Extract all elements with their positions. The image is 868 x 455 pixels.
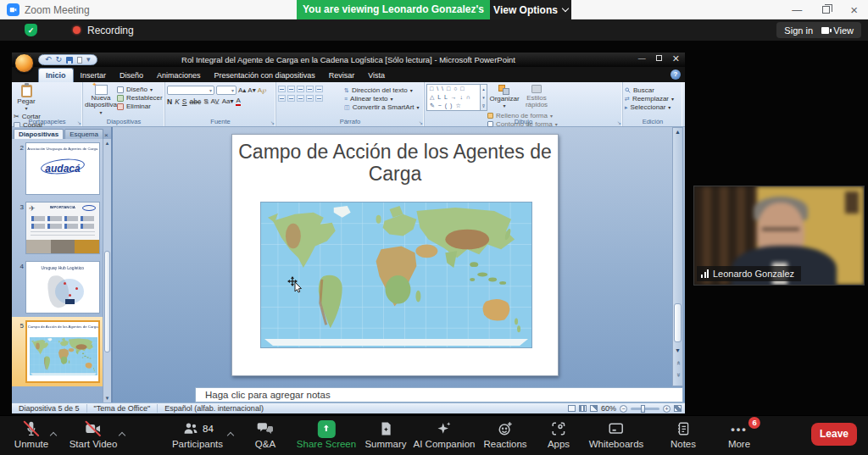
layout-button[interactable]: Diseño ▾ [117, 86, 163, 93]
select-button[interactable]: ▸Seleccionar ▾ [625, 103, 674, 111]
current-slide[interactable]: Campo de Acción de los Agentes de Carga [231, 134, 559, 376]
bullets-button[interactable] [278, 86, 286, 92]
line-spacing-button[interactable] [315, 86, 323, 92]
replace-button[interactable]: ⇄Reemplazar ▾ [625, 95, 674, 103]
justify-button[interactable] [306, 95, 314, 102]
scrollbar-thumb[interactable] [674, 303, 682, 342]
slide-sorter-view-button[interactable] [579, 405, 587, 412]
clear-formatting-button[interactable]: A℘ [258, 86, 267, 94]
normal-view-button[interactable] [568, 405, 576, 412]
grow-font-button[interactable]: A▴ [238, 86, 246, 94]
reactions-button[interactable]: Reactions [483, 419, 526, 449]
apps-button[interactable]: Apps [548, 419, 570, 449]
panel-tab-diapositivas[interactable]: Diapositivas [14, 129, 64, 139]
font-color-button[interactable]: A [236, 97, 240, 106]
new-slide-button[interactable]: Nueva diapositiva▾ [85, 84, 117, 115]
whiteboards-button[interactable]: Whiteboards [589, 419, 644, 449]
align-text-button[interactable]: ≡Alinear texto ▾ [344, 95, 420, 103]
participants-options-caret[interactable] [228, 426, 233, 441]
shapes-gallery[interactable]: □ \ \ □ ○ □△ L L → ↓ ∩✎ ~ ( ) ☆ [426, 84, 481, 111]
office-button[interactable] [14, 53, 34, 73]
arrange-button[interactable]: Organizar▾ [487, 84, 521, 108]
char-spacing-button[interactable]: AV̲ [211, 97, 220, 105]
panel-close-icon[interactable]: × [104, 131, 108, 139]
align-left-button[interactable] [278, 95, 286, 102]
align-right-button[interactable] [297, 95, 304, 102]
participant-video-tile[interactable]: Leonardo Gonzalez [693, 186, 865, 286]
slide-3-thumbnail[interactable]: ✈ IMPORTANCIA [25, 202, 100, 254]
shrink-font-button[interactable]: A▾ [248, 86, 255, 94]
zoom-in-button[interactable]: + [663, 405, 670, 413]
shadow-button[interactable]: S [203, 97, 208, 105]
qa-button[interactable]: Q&A [255, 419, 275, 449]
align-center-button[interactable] [287, 95, 295, 102]
help-icon[interactable]: ? [670, 69, 681, 80]
share-screen-button[interactable]: Share Screen [297, 419, 356, 449]
panel-scrollbar[interactable]: ▲ ▼ [103, 139, 111, 402]
next-slide-button[interactable]: » [673, 370, 682, 379]
undo-icon[interactable]: ↶ [45, 56, 52, 64]
font-size-combo[interactable]: ▾ [216, 86, 236, 95]
slideshow-view-button[interactable] [590, 405, 598, 412]
minimize-button[interactable]: — [792, 5, 802, 15]
language-indicator[interactable]: Español (alfab. internacional) [158, 404, 270, 413]
reset-button[interactable]: Restablecer [117, 94, 163, 102]
close-button[interactable]: × [850, 3, 858, 16]
participants-button[interactable]: 84 Participants [172, 419, 223, 449]
increase-indent-button[interactable] [306, 86, 314, 92]
delete-button[interactable]: Eliminar [117, 103, 163, 110]
view-layout-button[interactable]: View [814, 22, 861, 38]
text-direction-button[interactable]: ⇅Dirección del texto ▾ [344, 86, 420, 94]
find-button[interactable]: Buscar [625, 86, 674, 94]
tab-diseno[interactable]: Diseño [113, 69, 150, 82]
zoom-out-button[interactable]: − [620, 405, 627, 413]
ppt-restore-button[interactable] [656, 55, 662, 63]
save-icon[interactable] [66, 57, 73, 64]
redo-icon[interactable]: ↻ [56, 56, 63, 64]
more-button[interactable]: ••• 6 More [728, 419, 750, 449]
leave-button[interactable]: Leave [811, 423, 857, 446]
zoom-slider-thumb[interactable] [641, 405, 645, 413]
summary-button[interactable]: Summary [364, 419, 406, 449]
numbering-button[interactable] [287, 86, 295, 92]
tab-animaciones[interactable]: Animaciones [150, 69, 208, 82]
tab-inicio[interactable]: Inicio [38, 68, 74, 82]
previous-slide-button[interactable]: « [673, 358, 682, 367]
decrease-indent-button[interactable] [297, 86, 304, 92]
customize-qat-icon[interactable]: ▾ [86, 56, 91, 64]
slide-2-thumbnail[interactable]: Asociación Uruguaya de Agentes de Carga … [25, 142, 100, 195]
dialog-launcher-icon[interactable]: ↘ [419, 119, 423, 125]
font-name-combo[interactable]: ▾ [167, 86, 214, 95]
video-options-caret[interactable] [120, 426, 125, 441]
view-options-dropdown[interactable]: View Options [490, 0, 571, 19]
notes-button[interactable]: Notes [670, 419, 696, 449]
quick-styles-button[interactable]: Estilos rápidos [521, 84, 552, 109]
fit-to-window-button[interactable] [674, 405, 682, 412]
new-document-icon[interactable] [77, 57, 82, 64]
dialog-launcher-icon[interactable]: ↘ [77, 119, 81, 125]
audio-options-caret[interactable] [51, 426, 56, 441]
slide-4-thumbnail[interactable]: Uruguay Hub Logístico [25, 261, 100, 314]
panel-tab-esquema[interactable]: Esquema [64, 129, 103, 139]
restore-button[interactable] [822, 5, 830, 15]
dialog-launcher-icon[interactable]: ↘ [617, 119, 621, 125]
start-video-button[interactable]: Start Video [70, 419, 118, 449]
convert-smartart-button[interactable]: ◫Convertir a SmartArt ▾ [344, 103, 420, 111]
notes-pane[interactable]: Haga clic para agregar notas [195, 387, 683, 402]
slide-5-thumbnail[interactable]: Campo de Acción de los Agentes de Carga [25, 320, 100, 383]
ai-companion-button[interactable]: AI Companion [414, 419, 476, 449]
tab-insertar[interactable]: Insertar [74, 69, 114, 82]
dialog-launcher-icon[interactable]: ↘ [270, 119, 275, 125]
ppt-minimize-button[interactable]: — [638, 55, 646, 63]
strikethrough-button[interactable]: abc [189, 97, 201, 106]
paste-button[interactable]: Pegar▾ [14, 84, 39, 111]
change-case-button[interactable]: Aa▾ [222, 97, 234, 105]
unmute-button[interactable]: Unmute [14, 419, 48, 449]
tab-vista[interactable]: Vista [361, 69, 392, 82]
zoom-slider[interactable] [631, 408, 659, 410]
world-map-image[interactable] [260, 202, 532, 348]
italic-button[interactable]: K [175, 97, 180, 106]
bold-button[interactable]: N [167, 97, 172, 106]
security-shield-icon[interactable]: ✓ [25, 24, 37, 36]
ppt-close-button[interactable]: ✕ [672, 54, 680, 64]
